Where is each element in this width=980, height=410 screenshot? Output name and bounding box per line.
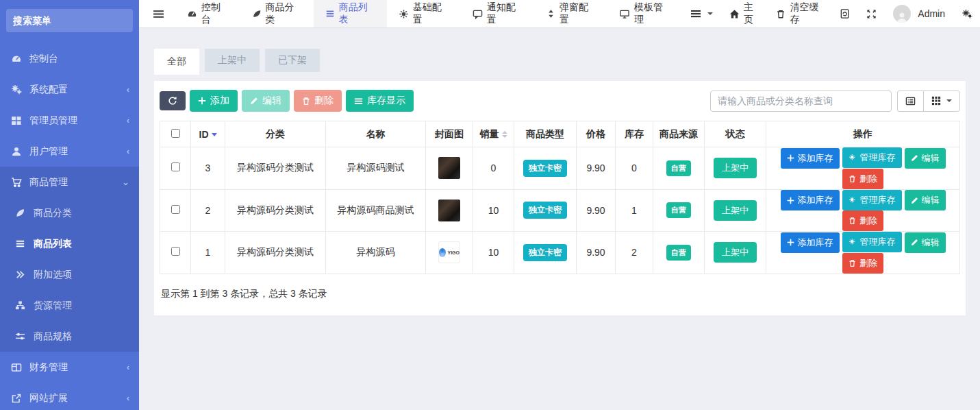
list-icon xyxy=(15,239,27,249)
nav-home-label: 主页 xyxy=(744,1,759,26)
cover-image[interactable]: YIGO xyxy=(438,241,460,263)
goods-list-panel: 添加 编辑 删除 库存显示 xyxy=(154,81,966,315)
sidebar-toggle-button[interactable] xyxy=(139,0,175,27)
sidebar-item-goods-specs[interactable]: 商品规格 xyxy=(0,321,139,352)
nav-clear-cache-label: 清空缓存 xyxy=(790,1,823,26)
tachometer-icon xyxy=(11,53,23,64)
table-search-input[interactable] xyxy=(710,91,892,112)
cell-sales: 10 xyxy=(473,232,514,274)
delete-row-button[interactable]: 删除 xyxy=(842,169,883,189)
navtab-basic-config[interactable]: 基础配置 xyxy=(387,0,461,27)
select-all-checkbox[interactable] xyxy=(171,129,180,138)
sidebar-item-label: 系统配置 xyxy=(29,84,127,96)
sidebar-item-label: 商品管理 xyxy=(29,176,122,189)
status-toggle-button[interactable]: 上架中 xyxy=(714,158,757,178)
goods-table: ID 分类 名称 封面图 销量 商品类型 价格 库存 商品来源 状态 操作 xyxy=(160,121,960,274)
add-stock-button[interactable]: 添加库存 xyxy=(781,148,840,169)
tab-all[interactable]: 全部 xyxy=(154,49,199,75)
sidebar-item-label: 附加选项 xyxy=(34,269,129,281)
leaf-icon xyxy=(15,208,27,218)
edit-row-button[interactable]: 编辑 xyxy=(905,148,946,169)
status-toggle-button[interactable]: 上架中 xyxy=(714,242,757,263)
cell-stock: 1 xyxy=(616,189,653,232)
wallet-icon xyxy=(11,362,23,373)
cell-price: 9.90 xyxy=(577,232,616,274)
sidebar-item-system-config[interactable]: 系统配置 ‹ xyxy=(0,74,139,105)
edit-row-button[interactable]: 编辑 xyxy=(905,232,946,253)
columns-button[interactable] xyxy=(923,91,960,112)
nav-fullscreen-button[interactable] xyxy=(858,0,885,27)
trash-icon xyxy=(302,97,310,106)
list-menu-icon xyxy=(690,8,701,19)
refresh-button[interactable] xyxy=(160,91,186,110)
source-badge: 自营 xyxy=(666,202,691,218)
navtab-dashboard[interactable]: 控制台 xyxy=(175,0,240,27)
sidebar-item-site-extension[interactable]: 网站扩展 ‹ xyxy=(0,383,139,410)
yigo-logo-text: YIGO xyxy=(447,250,460,255)
nav-list-dropdown[interactable] xyxy=(682,0,721,27)
type-badge: 独立卡密 xyxy=(523,202,567,219)
row-checkbox[interactable] xyxy=(171,247,180,256)
nav-clear-cache-button[interactable]: 清空缓存 xyxy=(768,0,831,27)
hamburger-icon xyxy=(153,8,164,20)
navtab-template-management[interactable]: 模板管理 xyxy=(607,0,682,27)
cogs-icon xyxy=(962,8,972,19)
cover-image[interactable] xyxy=(438,200,460,221)
pencil-icon xyxy=(911,197,918,204)
stock-display-button[interactable]: 库存显示 xyxy=(346,90,414,112)
gear-icon xyxy=(399,9,409,19)
sidebar-item-user-management[interactable]: 用户管理 ‹ xyxy=(0,136,139,167)
monitor-icon xyxy=(619,9,630,19)
nav-user-menu[interactable]: Admin xyxy=(885,0,953,27)
main-area: 控制台 商品分类 商品列表 基础配置 通知配置 xyxy=(139,0,980,410)
tab-on-shelf[interactable]: 上架中 xyxy=(205,49,260,72)
navtab-label: 商品列表 xyxy=(339,1,375,26)
manage-stock-button[interactable]: 管理库存 xyxy=(842,147,902,168)
header-cover: 封面图 xyxy=(426,121,473,147)
manage-stock-button[interactable]: 管理库存 xyxy=(842,232,902,252)
tab-off-shelf[interactable]: 已下架 xyxy=(265,49,320,72)
sidebar-item-dashboard[interactable]: 控制台 xyxy=(0,43,139,74)
nav-home-link[interactable]: 主页 xyxy=(721,0,768,27)
manage-stock-button[interactable]: 管理库存 xyxy=(842,190,902,210)
sliders-icon xyxy=(15,331,27,341)
table-header-row: ID 分类 名称 封面图 销量 商品类型 价格 库存 商品来源 状态 操作 xyxy=(160,121,960,147)
status-toggle-button[interactable]: 上架中 xyxy=(714,200,757,221)
edit-row-button[interactable]: 编辑 xyxy=(905,190,946,210)
navtab-goods-category[interactable]: 商品分类 xyxy=(240,0,314,27)
navtab-popup-config[interactable]: 弹窗配置 xyxy=(535,0,607,27)
cell-id: 2 xyxy=(191,189,225,232)
navtab-goods-list[interactable]: 商品列表 xyxy=(314,0,387,27)
sidebar-item-goods-management[interactable]: 商品管理 ⌄ xyxy=(0,167,139,197)
add-stock-button[interactable]: 添加库存 xyxy=(781,232,840,253)
cover-image[interactable] xyxy=(438,157,460,179)
add-button[interactable]: 添加 xyxy=(190,90,238,112)
edit-button-label: 编辑 xyxy=(262,95,281,107)
header-type: 商品类型 xyxy=(514,121,577,147)
sidebar-item-supply-management[interactable]: 货源管理 xyxy=(0,290,139,321)
delete-row-button[interactable]: 删除 xyxy=(842,253,883,274)
toolbar-right xyxy=(710,91,960,112)
row-checkbox[interactable] xyxy=(171,205,180,214)
delete-row-button[interactable]: 删除 xyxy=(842,210,883,231)
type-badge: 独立卡密 xyxy=(523,244,567,261)
header-sales[interactable]: 销量 xyxy=(473,121,514,147)
chevron-down-icon: ⌄ xyxy=(122,177,129,187)
header-id[interactable]: ID xyxy=(191,121,225,147)
nav-settings-button[interactable] xyxy=(953,0,980,27)
edit-button[interactable]: 编辑 xyxy=(242,90,290,112)
delete-button[interactable]: 删除 xyxy=(294,90,342,112)
add-stock-button[interactable]: 添加库存 xyxy=(781,190,840,210)
sidebar-item-finance-management[interactable]: 财务管理 ‹ xyxy=(0,352,139,383)
sidebar-search[interactable] xyxy=(6,9,133,32)
sidebar-item-additional-options[interactable]: 附加选项 xyxy=(0,259,139,290)
cogs-icon xyxy=(11,84,23,95)
sidebar-item-goods-list[interactable]: 商品列表 xyxy=(0,228,139,259)
toggle-view-button[interactable] xyxy=(897,91,923,112)
sidebar-item-admin-management[interactable]: 管理员管理 ‹ xyxy=(0,105,139,136)
sidebar-search-input[interactable] xyxy=(13,15,139,26)
row-checkbox[interactable] xyxy=(171,162,180,171)
navtab-notify-config[interactable]: 通知配置 xyxy=(461,0,535,27)
sidebar-item-goods-category[interactable]: 商品分类 xyxy=(0,197,139,228)
nav-refresh-page-button[interactable] xyxy=(831,0,858,27)
